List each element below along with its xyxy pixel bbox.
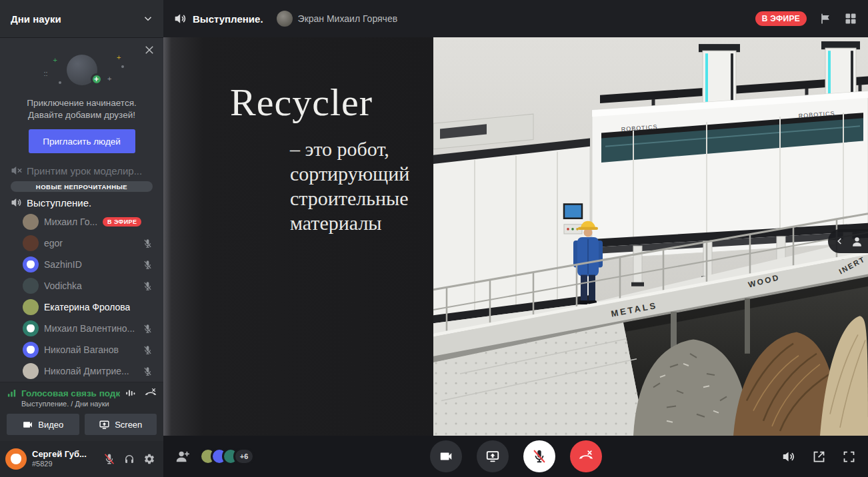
member-avatar	[23, 299, 39, 315]
channel-item-voice[interactable]: Выступление.	[5, 195, 158, 211]
mic-muted-icon	[143, 366, 153, 376]
gear-icon	[143, 453, 155, 465]
mic-muted-icon	[143, 324, 153, 334]
live-badge: В ЭФИРЕ	[103, 217, 141, 227]
stream-title: Экран Михаил Горячев	[298, 13, 398, 24]
disconnect-icon[interactable]	[145, 387, 157, 399]
streamer-avatar	[277, 11, 293, 27]
camera-button[interactable]	[430, 440, 462, 472]
discord-app: Дни науки + :: + + +	[0, 0, 868, 477]
channel-name: Выступление.	[27, 197, 91, 209]
shared-screen-slide: Recycler – это робот, сортирующий строит…	[163, 37, 868, 436]
mic-muted-icon	[143, 281, 153, 291]
member-row[interactable]: Екатерина Фролова	[0, 296, 163, 318]
hangup-icon	[579, 449, 593, 464]
speaker-icon	[11, 197, 23, 209]
speaker-muted-icon	[11, 165, 23, 177]
channel-name: Принтим урок моделир...	[27, 165, 142, 177]
promo-text: Приключение начинается. Давайте добавим …	[12, 97, 151, 121]
screen-button-label: Screen	[115, 420, 142, 430]
stream-topbar: Выступление. Экран Михаил Горячев В ЭФИР…	[163, 0, 868, 37]
promo-text-line2: Давайте добавим друзей!	[12, 109, 151, 121]
mute-button[interactable]	[523, 440, 555, 472]
member-name: Михаил Валентино...	[44, 323, 135, 334]
member-row[interactable]: Михаил Валентино...	[0, 318, 163, 339]
unread-divider: НОВЫЕ НЕПРОЧИТАННЫЕ	[11, 181, 153, 192]
slide-text-panel: Recycler – это робот, сортирующий строит…	[163, 37, 433, 436]
server-name: Дни науки	[11, 13, 61, 25]
voice-connection-status: Голосовая связь подключена	[21, 388, 120, 398]
call-control-bar: +6	[163, 436, 868, 477]
mic-muted-icon	[143, 238, 153, 248]
flag-icon[interactable]	[819, 12, 832, 25]
slide-body: – это робот, сортирующий строительные ма…	[290, 137, 433, 235]
stream-title-group[interactable]: Экран Михаил Горячев	[277, 11, 398, 27]
mic-muted-icon	[532, 449, 547, 464]
member-avatar	[23, 320, 39, 336]
screen-share-icon	[485, 449, 500, 464]
screen-share-icon	[99, 419, 110, 430]
close-icon[interactable]	[143, 44, 155, 56]
chevron-left-icon	[835, 236, 845, 246]
member-row[interactable]: SazhinID	[0, 254, 163, 275]
chevron-down-icon	[142, 13, 154, 25]
user-name: Сергей Губ...	[32, 450, 94, 459]
settings-button[interactable]	[139, 449, 159, 469]
members-icon	[851, 235, 863, 248]
headphones-icon	[123, 453, 135, 465]
video-button[interactable]: Видео	[7, 414, 79, 435]
member-name: Николай Ваганов	[44, 344, 119, 355]
mic-muted-icon	[103, 453, 115, 465]
voice-location: Выступление. / Дни науки	[21, 400, 157, 408]
member-avatar	[23, 342, 39, 358]
add-friend-icon[interactable]	[175, 449, 190, 464]
stream-viewport[interactable]: Recycler – это робот, сортирующий строит…	[163, 37, 868, 436]
member-name: Vodichka	[44, 280, 82, 291]
slide-title: Recycler	[230, 80, 433, 125]
stream-photo: ROBOTICS ROBOTICS	[433, 37, 868, 436]
member-avatar	[23, 363, 39, 379]
topbar-channel: Выступление.	[174, 12, 263, 25]
volume-icon[interactable]	[782, 450, 796, 464]
mic-muted-icon	[143, 260, 153, 270]
recycler-facility-photo: ROBOTICS ROBOTICS	[433, 37, 868, 436]
user-bar: Сергей Губ... #5829	[0, 441, 163, 477]
member-row[interactable]: egor	[0, 233, 163, 254]
member-row[interactable]: Vodichka	[0, 275, 163, 296]
mic-muted-icon	[143, 345, 153, 355]
member-name: Николай Дмитрие...	[44, 366, 129, 376]
member-name: Екатерина Фролова	[44, 302, 130, 312]
user-info[interactable]: Сергей Губ... #5829	[32, 450, 94, 468]
server-header[interactable]: Дни науки	[0, 0, 163, 37]
popout-icon[interactable]	[812, 450, 826, 464]
promo-text-line1: Приключение начинается.	[12, 97, 151, 109]
participant-avatars[interactable]: +6	[199, 448, 255, 465]
live-badge: В ЭФИРЕ	[755, 11, 807, 26]
member-avatar	[23, 235, 39, 251]
video-button-label: Видео	[38, 420, 63, 430]
main-area: Выступление. Экран Михаил Горячев В ЭФИР…	[163, 0, 868, 477]
camera-icon	[22, 419, 33, 430]
invite-promo-card: + :: + + + Приключение начинается. Давай…	[7, 43, 157, 159]
member-row[interactable]: Михаил Го...В ЭФИРЕ	[0, 211, 163, 233]
noise-suppression-icon[interactable]	[125, 387, 137, 399]
fullscreen-icon[interactable]	[842, 450, 856, 464]
screen-share-button[interactable]	[477, 440, 509, 472]
member-row[interactable]: Николай Дмитрие...	[0, 360, 163, 382]
member-name: Михаил Го...	[44, 217, 97, 227]
invite-people-button[interactable]: Пригласить людей	[29, 129, 135, 153]
mute-button[interactable]	[99, 449, 119, 469]
sidebar: Дни науки + :: + + +	[0, 0, 163, 477]
member-list: Михаил Го...В ЭФИРЕegorSazhinIDVodichkaЕ…	[0, 211, 163, 382]
screen-share-button[interactable]: Screen	[85, 414, 157, 435]
channel-item-previous[interactable]: Принтим урок моделир...	[5, 163, 158, 179]
connection-signal-icon	[7, 388, 17, 398]
grid-icon[interactable]	[844, 12, 857, 25]
disconnect-button[interactable]	[570, 440, 602, 472]
user-avatar[interactable]	[5, 448, 27, 470]
deafen-button[interactable]	[119, 449, 139, 469]
voice-status-panel: Голосовая связь подключена Выступление. …	[0, 382, 163, 441]
member-row[interactable]: Николай Ваганов	[0, 339, 163, 360]
members-toggle-button[interactable]	[828, 229, 868, 253]
add-friend-badge-icon: +	[91, 73, 103, 85]
